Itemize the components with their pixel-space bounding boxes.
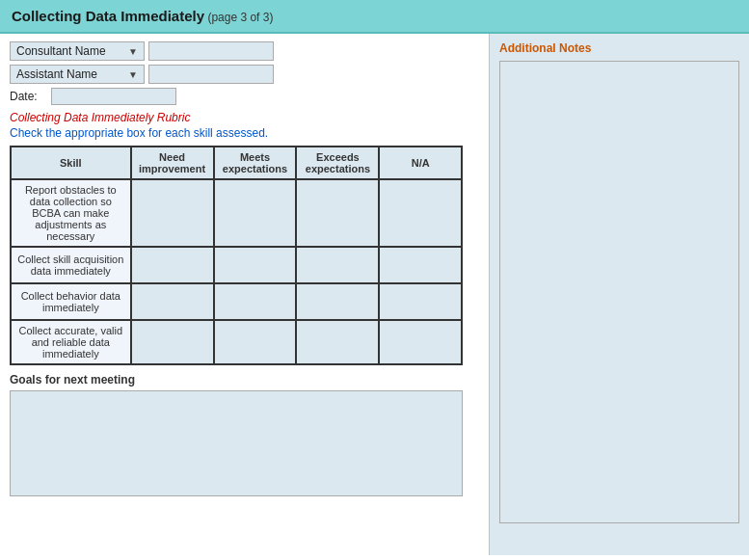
page-header: Collecting Data Immediately (page 3 of 3… xyxy=(0,0,749,34)
col-header-exceeds: Exceedsexpectations xyxy=(296,147,379,179)
date-field[interactable] xyxy=(51,88,176,105)
consultant-dropdown[interactable]: Consultant Name ▼ xyxy=(10,41,145,61)
checkbox-na-4[interactable] xyxy=(379,320,462,364)
date-row: Date: xyxy=(10,88,479,105)
skill-cell-4: Collect accurate, valid and reliable dat… xyxy=(11,320,131,364)
checkbox-exceeds-3[interactable] xyxy=(296,283,379,320)
page-title: Collecting Data Immediately xyxy=(12,8,204,24)
additional-notes-label: Additional Notes xyxy=(499,41,739,55)
assistant-row: Assistant Name ▼ xyxy=(10,65,479,84)
rubric-table: Skill Needimprovement Meetsexpectations … xyxy=(10,146,463,365)
checkbox-need-1[interactable] xyxy=(131,179,214,247)
checkbox-meets-4[interactable] xyxy=(214,320,297,364)
goals-label: Goals for next meeting xyxy=(10,373,479,387)
check-instruction: Check the appropriate box for each skill… xyxy=(10,126,479,140)
right-panel: Additional Notes xyxy=(489,34,749,555)
consultant-arrow-icon: ▼ xyxy=(128,46,138,57)
consultant-row: Consultant Name ▼ xyxy=(10,41,479,61)
table-row: Collect accurate, valid and reliable dat… xyxy=(11,320,462,364)
additional-notes-textarea[interactable] xyxy=(499,61,739,523)
table-row: Collect skill acquisition data immediate… xyxy=(11,247,462,283)
table-row: Collect behavior data immediately xyxy=(11,283,462,320)
checkbox-need-4[interactable] xyxy=(131,320,214,364)
checkbox-meets-1[interactable] xyxy=(214,179,297,247)
skill-cell-2: Collect skill acquisition data immediate… xyxy=(11,247,131,283)
table-row: Report obstacles to data collection so B… xyxy=(11,179,462,247)
left-panel: Consultant Name ▼ Assistant Name ▼ Date:… xyxy=(0,34,489,555)
col-header-meets: Meetsexpectations xyxy=(214,147,297,179)
consultant-label: Consultant Name xyxy=(16,44,106,58)
skill-cell-1: Report obstacles to data collection so B… xyxy=(11,179,131,247)
checkbox-exceeds-2[interactable] xyxy=(296,247,379,283)
assistant-dropdown[interactable]: Assistant Name ▼ xyxy=(10,65,145,84)
checkbox-exceeds-4[interactable] xyxy=(296,320,379,364)
checkbox-meets-3[interactable] xyxy=(214,283,297,320)
checkbox-na-2[interactable] xyxy=(379,247,462,283)
checkbox-need-2[interactable] xyxy=(131,247,214,283)
assistant-arrow-icon: ▼ xyxy=(128,69,138,80)
assistant-label: Assistant Name xyxy=(16,67,97,81)
skill-cell-3: Collect behavior data immediately xyxy=(11,283,131,320)
rubric-title: Collecting Data Immediately Rubric xyxy=(10,111,479,124)
col-header-skill: Skill xyxy=(11,147,131,179)
goals-textarea[interactable] xyxy=(10,390,463,496)
col-header-na: N/A xyxy=(379,147,462,179)
consultant-value-field[interactable] xyxy=(148,41,274,61)
col-header-need: Needimprovement xyxy=(131,147,214,179)
assistant-value-field[interactable] xyxy=(148,65,274,84)
date-label: Date: xyxy=(10,90,43,103)
checkbox-na-3[interactable] xyxy=(379,283,462,320)
checkbox-exceeds-1[interactable] xyxy=(296,179,379,247)
checkbox-na-1[interactable] xyxy=(379,179,462,247)
page-subtitle: (page 3 of 3) xyxy=(207,11,273,24)
checkbox-meets-2[interactable] xyxy=(214,247,297,283)
checkbox-need-3[interactable] xyxy=(131,283,214,320)
